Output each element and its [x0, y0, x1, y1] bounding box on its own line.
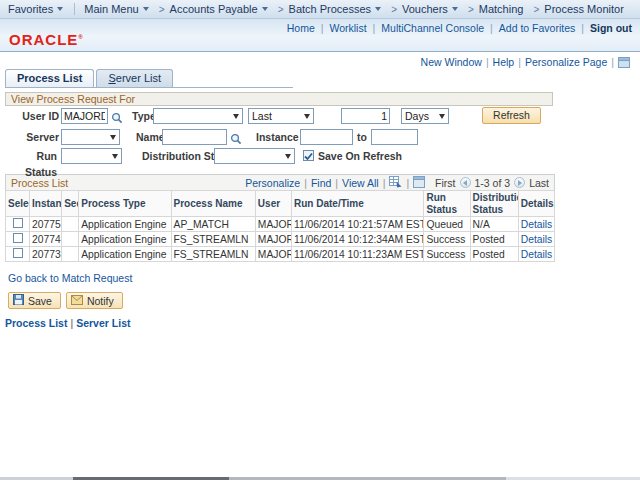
- type-select[interactable]: [153, 108, 243, 124]
- breadcrumb-trail: Main Menu > Accounts Payable > Batch Pro…: [84, 3, 631, 16]
- column-header-distribution-status: Distribution Status: [470, 191, 518, 217]
- instance-label: Instance: [256, 129, 299, 145]
- download-to-excel-icon[interactable]: [389, 176, 402, 190]
- column-header-seq-: Seq.: [62, 191, 79, 217]
- grid-navigation-bar: Process List Personalize | Find | View A…: [5, 174, 555, 190]
- next-page-icon[interactable]: [514, 177, 525, 188]
- previous-page-icon[interactable]: [460, 177, 471, 188]
- breadcrumb-item[interactable]: > Process Monitor: [533, 3, 623, 15]
- cell-process-type: Application Engine: [79, 247, 171, 262]
- copy-url-icon[interactable]: [618, 57, 630, 70]
- table-row: 20773 Application Engine FS_STREAMLN MAJ…: [6, 247, 555, 262]
- chevron-down-icon: [304, 114, 310, 119]
- breadcrumb-favorites[interactable]: Favorites: [8, 3, 63, 15]
- days-count-input[interactable]: [341, 108, 390, 124]
- page-link[interactable]: Help: [493, 56, 515, 68]
- save-button[interactable]: Save: [8, 292, 61, 309]
- page-links: New Window|Help|Personalize Page|: [0, 52, 640, 68]
- breadcrumb-item[interactable]: > Batch Processes: [278, 3, 381, 15]
- header-link[interactable]: Add to Favorites: [499, 22, 575, 34]
- page-link[interactable]: Personalize Page: [525, 56, 607, 68]
- cell-run-datetime: 11/06/2014 10:12:34AM EST: [291, 232, 423, 247]
- breadcrumb-separator: >: [533, 4, 539, 15]
- cell-process-type: Application Engine: [79, 217, 171, 232]
- page-link[interactable]: New Window: [421, 56, 482, 68]
- days-unit-select[interactable]: Days: [401, 108, 449, 124]
- last-select[interactable]: Last: [248, 108, 314, 124]
- pager-first-label[interactable]: First: [435, 177, 455, 189]
- tab-process-list[interactable]: Process List: [5, 69, 94, 87]
- sign-out-link[interactable]: Sign out: [590, 22, 632, 34]
- chevron-down-icon: [375, 7, 381, 11]
- table-header-row: SelectInstanceSeq.Process TypeProcess Na…: [6, 191, 555, 217]
- column-header-select: Select: [6, 191, 30, 217]
- run-status-select[interactable]: [61, 148, 122, 164]
- name-lookup-icon[interactable]: [230, 131, 242, 149]
- tab-bar: Process ListServer List: [5, 69, 640, 87]
- chevron-down-icon: [285, 154, 291, 159]
- breadcrumb-separator: >: [391, 4, 397, 15]
- cell-run-datetime: 11/06/2014 10:21:57AM EST: [291, 217, 423, 232]
- details-link[interactable]: Details: [521, 234, 552, 245]
- breadcrumb-item[interactable]: Main Menu: [84, 3, 148, 15]
- instance-input[interactable]: [300, 129, 353, 145]
- zoom-grid-icon[interactable]: [413, 176, 425, 190]
- chevron-down-icon: [110, 135, 116, 140]
- server-label: Server: [7, 129, 59, 145]
- process-table-body: 20775 Application Engine AP_MATCH MAJORD…: [6, 217, 555, 262]
- notify-label: Notify: [87, 295, 114, 307]
- process-table: SelectInstanceSeq.Process TypeProcess Na…: [5, 190, 555, 262]
- details-link[interactable]: Details: [521, 219, 552, 230]
- header-link[interactable]: Home: [287, 22, 315, 34]
- column-header-run-date-time: Run Date/Time: [291, 191, 423, 217]
- view-all-link[interactable]: View All: [342, 177, 379, 189]
- header-link[interactable]: MultiChannel Console: [381, 22, 484, 34]
- grid-pager: First 1-3 of 3 Last: [435, 177, 549, 189]
- chevron-down-icon: [143, 7, 149, 11]
- breadcrumb-divider: [74, 3, 75, 15]
- cell-run-status: Success: [424, 247, 470, 262]
- breadcrumb-item[interactable]: > Vouchers: [391, 3, 458, 15]
- instance-to-input[interactable]: [371, 129, 418, 145]
- bottom-link-process-list[interactable]: Process List: [5, 317, 67, 329]
- action-buttons: Save Notify: [8, 292, 640, 309]
- user-id-input[interactable]: [61, 108, 108, 124]
- cell-user: MAJORD: [255, 217, 291, 232]
- user-id-lookup-icon[interactable]: [111, 110, 123, 128]
- row-select-checkbox[interactable]: [13, 233, 23, 243]
- bottom-links: Process List|Server List: [5, 317, 640, 329]
- tab-underline: [5, 87, 293, 88]
- cell-process-name: AP_MATCH: [171, 217, 255, 232]
- to-label: to: [357, 129, 367, 145]
- breadcrumb-item[interactable]: > Accounts Payable: [159, 3, 268, 15]
- personalize-link[interactable]: Personalize: [245, 177, 300, 189]
- find-link[interactable]: Find: [311, 177, 331, 189]
- cell-instance: 20775: [30, 217, 62, 232]
- row-select-checkbox[interactable]: [13, 248, 23, 258]
- server-select[interactable]: [61, 129, 120, 145]
- breadcrumb: Favorites Main Menu > Accounts Payable >…: [0, 0, 640, 19]
- header-links: Home|Worklist|MultiChannel Console|Add t…: [287, 22, 632, 34]
- distribution-status-select[interactable]: [214, 148, 295, 164]
- envelope-icon: [71, 295, 83, 307]
- header-link[interactable]: Worklist: [329, 22, 366, 34]
- save-on-refresh-label: Save On Refresh: [318, 148, 402, 164]
- oracle-logo: ORACLE®: [9, 31, 84, 48]
- user-id-label: User ID: [7, 108, 59, 124]
- pager-last-label[interactable]: Last: [529, 177, 549, 189]
- cell-seq: [62, 247, 79, 262]
- breadcrumb-item[interactable]: > Matching: [468, 3, 523, 15]
- save-on-refresh-checkbox[interactable]: [303, 150, 314, 161]
- go-back-link[interactable]: Go back to Match Request: [8, 272, 640, 284]
- refresh-button[interactable]: Refresh: [482, 107, 541, 124]
- bottom-link-server-list[interactable]: Server List: [76, 317, 130, 329]
- notify-button[interactable]: Notify: [66, 292, 123, 309]
- tab-server-list[interactable]: Server List: [96, 69, 173, 87]
- row-select-checkbox[interactable]: [13, 218, 23, 228]
- cell-user: MAJORD: [255, 247, 291, 262]
- run-status-label: Run Status: [7, 148, 57, 180]
- chevron-down-icon: [262, 7, 268, 11]
- column-header-run-status: Run Status: [424, 191, 470, 217]
- name-input[interactable]: [162, 129, 227, 145]
- details-link[interactable]: Details: [521, 249, 552, 260]
